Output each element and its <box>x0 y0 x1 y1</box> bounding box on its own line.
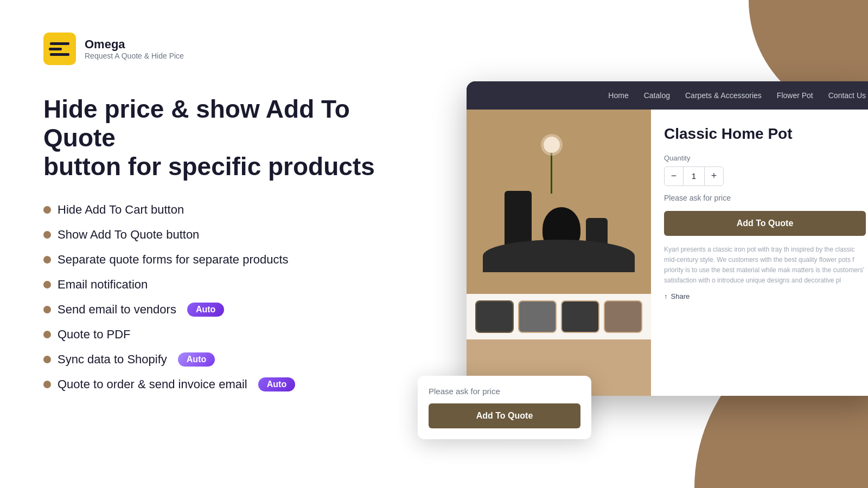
browser-mockup: Home Catalog Carpets & Accessories Flowe… <box>467 81 868 396</box>
thumbnail-1[interactable] <box>475 300 514 333</box>
feature-item-2: Show Add To Quote button <box>43 228 412 242</box>
thumbnail-4[interactable] <box>604 300 642 333</box>
bullet-icon <box>43 231 51 239</box>
quantity-control: − 1 + <box>664 166 724 186</box>
feature-item-3: Separate quote forms for separate produc… <box>43 253 412 267</box>
logo-text: Omega Request A Quote & Hide Pice <box>85 37 184 60</box>
add-to-quote-button[interactable]: Add To Quote <box>664 211 866 236</box>
bullet-icon <box>43 381 51 388</box>
nav-item-contact[interactable]: Contact Us <box>828 91 866 100</box>
product-main-image <box>467 110 651 294</box>
bullet-icon <box>43 331 51 338</box>
logo-line-1 <box>50 42 69 45</box>
feature-item-1: Hide Add To Cart button <box>43 203 412 217</box>
feature-item-6: Quote to PDF <box>43 328 412 342</box>
browser-content: Classic Home Pot Quantity − 1 + Please a… <box>467 110 868 396</box>
logo-icon <box>43 33 76 65</box>
nav-item-home[interactable]: Home <box>608 91 628 100</box>
thumbnail-3[interactable] <box>561 300 599 333</box>
quantity-label: Quantity <box>664 154 866 162</box>
popup-add-to-quote-button[interactable]: Add To Quote <box>429 403 580 428</box>
thumb-inner-4 <box>605 301 641 332</box>
bullet-icon <box>43 356 51 363</box>
popup-price-text: Please ask for price <box>429 387 580 396</box>
quantity-increase-button[interactable]: + <box>705 167 723 185</box>
product-description: Kyari presents a classic iron pot with t… <box>664 245 866 286</box>
features-list: Hide Add To Cart button Show Add To Quot… <box>43 203 412 391</box>
main-heading: Hide price & show Add To Quote button fo… <box>43 95 412 181</box>
product-title: Classic Home Pot <box>664 125 866 143</box>
bullet-icon <box>43 306 51 313</box>
share-icon: ↑ <box>664 292 668 300</box>
feature-item-5: Send email to vendors Auto <box>43 303 412 317</box>
product-thumbnails <box>467 294 651 339</box>
feature-item-4: Email notification <box>43 278 412 292</box>
thumb-inner-3 <box>562 301 598 332</box>
feature-item-7: Sync data to Shopify Auto <box>43 352 412 367</box>
browser-nav: Home Catalog Carpets & Accessories Flowe… <box>467 81 868 110</box>
logo-line-3 <box>50 53 69 56</box>
product-image-section <box>467 110 651 396</box>
thumbnail-2[interactable] <box>518 300 557 333</box>
vase-scene <box>494 120 624 283</box>
bullet-icon <box>43 256 51 264</box>
auto-badge-invoice: Auto <box>258 377 295 391</box>
logo-subtitle: Request A Quote & Hide Pice <box>85 52 184 60</box>
nav-item-flower-pot[interactable]: Flower Pot <box>777 91 813 100</box>
popup-card: Please ask for price Add To Quote <box>418 376 591 439</box>
feature-item-8: Quote to order & send invoice email Auto <box>43 377 412 391</box>
auto-badge-vendors: Auto <box>187 303 224 317</box>
thumb-inner-1 <box>476 301 513 332</box>
thumb-inner-2 <box>519 301 556 332</box>
header: Omega Request A Quote & Hide Pice <box>43 33 184 65</box>
logo-line-2 <box>49 48 62 50</box>
share-button[interactable]: ↑ Share <box>664 292 866 300</box>
bullet-icon <box>43 206 51 214</box>
price-text: Please ask for price <box>664 194 866 202</box>
flower-stem <box>551 150 552 194</box>
nav-item-carpets[interactable]: Carpets & Accessories <box>685 91 762 100</box>
bullet-icon <box>43 281 51 288</box>
logo-title: Omega <box>85 37 184 52</box>
nav-item-catalog[interactable]: Catalog <box>644 91 670 100</box>
auto-badge-shopify: Auto <box>178 352 215 367</box>
left-content: Hide price & show Add To Quote button fo… <box>43 95 412 391</box>
quantity-value: 1 <box>683 167 705 185</box>
table-surface <box>483 240 635 272</box>
flower-head <box>544 137 560 153</box>
product-details: Classic Home Pot Quantity − 1 + Please a… <box>651 110 868 396</box>
quantity-decrease-button[interactable]: − <box>665 167 683 185</box>
